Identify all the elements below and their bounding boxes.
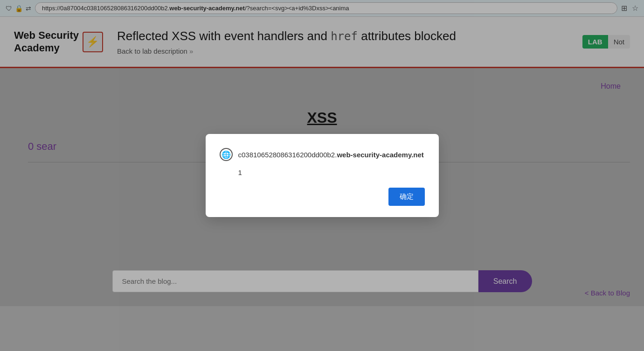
globe-icon: 🌐 [220,148,233,161]
modal-confirm-button[interactable]: 确定 [388,188,425,206]
modal-domain: c038106528086316200dd00b2.web-security-a… [238,151,424,159]
modal-box: 🌐 c038106528086316200dd00b2.web-security… [206,134,439,217]
modal-content-value: 1 [238,168,242,176]
modal-body: 1 [220,168,425,176]
modal-footer: 确定 [220,188,425,206]
modal-overlay: 🌐 c038106528086316200dd00b2.web-security… [0,0,644,351]
modal-header: 🌐 c038106528086316200dd00b2.web-security… [220,148,425,161]
